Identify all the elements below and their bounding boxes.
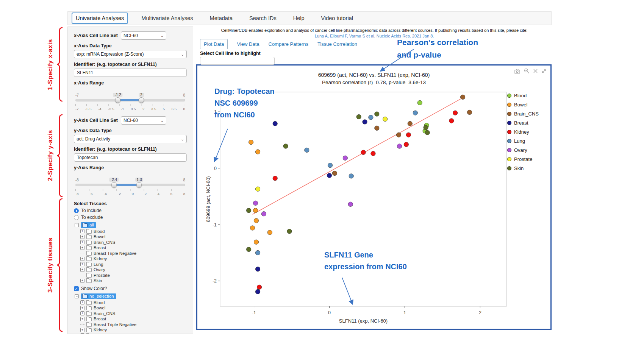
- x-identifier-input[interactable]: SLFN11: [74, 69, 187, 77]
- tree-item-prostate[interactable]: Prostate: [80, 273, 187, 278]
- slider-handle-high[interactable]: [138, 97, 144, 103]
- tissue-radio-group: To includeTo exclude: [74, 208, 187, 220]
- chevron-down-icon: ⌄: [161, 119, 164, 123]
- legend-item-kidney[interactable]: Kidney: [507, 129, 547, 135]
- close-icon[interactable]: [533, 69, 538, 73]
- tree-item-kidney[interactable]: +Kidney: [80, 328, 187, 332]
- tree-root-no-selection[interactable]: −no_selection: [75, 293, 187, 299]
- expand-icon[interactable]: +: [80, 300, 84, 304]
- radio-to-include[interactable]: To include: [74, 208, 187, 213]
- legend-item-brain-cns[interactable]: Brain_CNS: [507, 111, 547, 117]
- top-navbar: Univariate AnalysesMultivariate Analyses…: [67, 11, 552, 25]
- legend-item-skin[interactable]: Skin: [507, 165, 547, 171]
- x-data-type-label: x-Axis Data Type: [74, 43, 187, 48]
- nav-tab-video-tutorial[interactable]: Video tutorial: [318, 13, 356, 23]
- nav-tab-univariate-analyses[interactable]: Univariate Analyses: [72, 12, 128, 24]
- tree-item-label: Ovary: [94, 267, 105, 272]
- camera-icon[interactable]: [514, 69, 521, 74]
- highlight-cell-line-input[interactable]: [200, 57, 275, 65]
- slider-high-value: 1.3: [135, 178, 144, 182]
- expand-icon[interactable]: +: [80, 246, 84, 250]
- radio-unchecked-icon[interactable]: [74, 215, 79, 220]
- slider-track[interactable]: [75, 184, 185, 186]
- x-data-type-value: exp: mRNA Expression (Z-Score): [77, 51, 144, 57]
- folder-icon: [82, 223, 88, 227]
- legend-item-ovary[interactable]: Ovary: [507, 147, 547, 153]
- tab-compare-patterns[interactable]: Compare Patterns: [269, 41, 309, 47]
- slider-handle-high[interactable]: [136, 182, 142, 188]
- nav-tab-help[interactable]: Help: [290, 13, 308, 23]
- sidebar-controls: x-Axis Cell Line Set NCI-60 ⌄ x-Axis Dat…: [67, 27, 193, 334]
- radio-checked-icon[interactable]: [74, 208, 79, 213]
- expand-icon[interactable]: +: [80, 257, 84, 261]
- tree-item-blood[interactable]: +Blood: [80, 300, 187, 305]
- tree-item-breast[interactable]: +Breast: [80, 245, 187, 250]
- tree-item-brain-cns[interactable]: +Brain_CNS: [80, 311, 187, 316]
- tree-item-breast[interactable]: +Breast: [80, 317, 187, 321]
- tree-item-ovary[interactable]: +Ovary: [80, 267, 187, 272]
- tree-item-blood[interactable]: +Blood: [80, 229, 187, 234]
- expand-icon[interactable]: +: [80, 262, 84, 266]
- tree-item-label: Breast: [94, 245, 106, 250]
- tree-item-lung[interactable]: +Lung: [80, 333, 187, 334]
- expand-icon[interactable]: +: [80, 311, 84, 315]
- expand-icon[interactable]: +: [80, 306, 84, 310]
- tab-plot-data[interactable]: Plot Data: [200, 39, 228, 49]
- x-data-type-select[interactable]: exp: mRNA Expression (Z-Score) ⌄: [74, 50, 187, 58]
- y-data-type-value: act: Drug Activity: [77, 136, 110, 142]
- y-cell-line-set-select[interactable]: NCI-60 ⌄: [121, 116, 166, 125]
- expand-icon[interactable]: +: [80, 235, 84, 239]
- annotation-step3: 3-Specify tissues: [45, 230, 55, 300]
- tree-item-breast-triple-negative[interactable]: Breast Triple Negative: [80, 322, 187, 327]
- legend-item-breast[interactable]: Breast: [507, 120, 547, 126]
- tab-view-data[interactable]: View Data: [237, 41, 259, 47]
- nav-tab-search-ids[interactable]: Search IDs: [246, 13, 280, 23]
- nav-tab-metadata[interactable]: Metadata: [206, 13, 236, 23]
- tree-item-bowel[interactable]: +Bowel: [80, 234, 187, 239]
- radio-to-exclude[interactable]: To exclude: [74, 215, 187, 220]
- slider-handle-low[interactable]: [111, 182, 117, 188]
- tree-item-bowel[interactable]: +Bowel: [80, 306, 187, 310]
- slider-track[interactable]: [75, 99, 185, 101]
- tree-item-lung[interactable]: +Lung: [80, 262, 187, 267]
- tree-item-skin[interactable]: +Skin: [80, 278, 187, 283]
- expand-icon[interactable]: [541, 69, 547, 74]
- y-range-slider[interactable]: -88-2.41.3-8-6-4-202468: [75, 178, 185, 196]
- slider-low-value: -2.4: [109, 178, 119, 182]
- tree-item-brain-cns[interactable]: +Brain_CNS: [80, 240, 187, 245]
- collapse-icon[interactable]: −: [75, 294, 79, 298]
- legend-label: Ovary: [514, 147, 527, 153]
- tree-root-all[interactable]: −all: [75, 222, 187, 228]
- legend-item-bowel[interactable]: Bowel: [507, 102, 547, 108]
- expand-icon[interactable]: +: [80, 328, 84, 332]
- tree-item-breast-triple-negative[interactable]: Breast Triple Negative: [80, 251, 187, 256]
- expand-icon[interactable]: +: [80, 279, 84, 283]
- legend-item-prostate[interactable]: Prostate: [507, 156, 547, 162]
- folder-icon: [86, 334, 92, 334]
- x-range-slider[interactable]: -78-1.22-7-5.5-4-2.5-10.523.556.58: [75, 93, 185, 111]
- legend-item-blood[interactable]: Blood: [507, 93, 547, 98]
- tree-item-kidney[interactable]: +Kidney: [80, 256, 187, 261]
- legend-swatch: [507, 103, 511, 107]
- checkbox-checked-icon[interactable]: ✓: [74, 286, 79, 291]
- y-data-type-select[interactable]: act: Drug Activity ⌄: [74, 135, 187, 143]
- expand-icon[interactable]: +: [80, 333, 84, 334]
- tree-item-label: Brain_CNS: [94, 240, 116, 245]
- citation-link[interactable]: Luna A, Elloumi F, Varma S et al. Nuclei…: [197, 34, 552, 38]
- expand-icon[interactable]: +: [80, 317, 84, 321]
- zoom-in-icon[interactable]: [524, 68, 530, 74]
- show-color-checkbox-row[interactable]: ✓ Show Color?: [74, 286, 187, 291]
- radio-label: To include: [81, 208, 102, 213]
- expand-icon[interactable]: +: [80, 229, 84, 233]
- collapse-icon[interactable]: −: [75, 223, 79, 227]
- y-identifier-input[interactable]: Topotecan: [74, 153, 187, 162]
- legend-label: Kidney: [514, 129, 529, 135]
- scatter-plot[interactable]: -1012-2-101SLFN11 (exp, NCI-60)609699 (a…: [203, 90, 510, 328]
- x-cell-line-set-select[interactable]: NCI-60 ⌄: [121, 31, 166, 40]
- nav-tab-multivariate-analyses[interactable]: Multivariate Analyses: [138, 13, 196, 23]
- tab-tissue-correlation[interactable]: Tissue Correlation: [317, 41, 357, 47]
- expand-icon[interactable]: +: [80, 240, 84, 244]
- expand-icon[interactable]: +: [80, 268, 84, 272]
- legend-item-lung[interactable]: Lung: [507, 138, 547, 144]
- slider-handle-low[interactable]: [115, 97, 121, 103]
